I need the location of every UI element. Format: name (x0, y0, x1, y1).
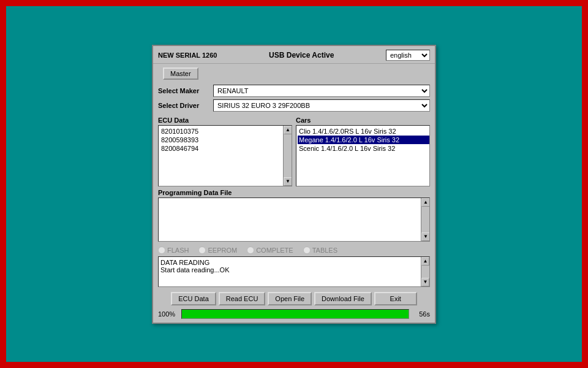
log-scroll-up-icon[interactable]: ▲ (421, 257, 429, 266)
radio-complete[interactable]: COMPLETE (247, 247, 293, 254)
radio-row: FLASH EEPROM COMPLETE TABLES (153, 244, 435, 256)
maker-label: Select Maker (158, 87, 213, 94)
ecu-data-button[interactable]: ECU Data (171, 292, 216, 305)
log-wrapper: DATA READING Start data reading...OK ▲ ▼ (158, 256, 430, 287)
scroll-down-icon[interactable]: ▼ (284, 177, 292, 186)
driver-label: Select Driver (158, 102, 213, 109)
cars-listbox[interactable]: Clio 1.4/1.6/2.0RS L 16v Siris 32 Megane… (296, 125, 430, 186)
log-area: DATA READING Start data reading...OK (158, 256, 430, 287)
language-select[interactable]: english french german (386, 50, 430, 61)
list-item[interactable]: 8200598393 (160, 136, 282, 144)
maker-row: Select Maker RENAULT (158, 85, 430, 97)
read-ecu-button[interactable]: Read ECU (219, 292, 266, 305)
prog-section: Programming Data File ▲ ▼ (153, 189, 435, 244)
prog-header: Programming Data File (158, 189, 430, 196)
list-item[interactable]: Scenic 1.4/1.6/2.0 L 16v Siris 32 (298, 144, 429, 153)
prog-box: ▲ ▼ (158, 197, 430, 242)
ecu-listbox[interactable]: 8201010375 8200598393 8200846794 ▲ ▼ (158, 125, 292, 186)
progress-percent: 100% (158, 310, 178, 318)
log-scroll-down-icon[interactable]: ▼ (421, 278, 429, 286)
ecu-panel-header: ECU Data (158, 117, 292, 124)
driver-select[interactable]: SIRIUS 32 EURO 3 29F200BB (213, 99, 430, 112)
list-item[interactable]: Clio 1.4/1.6/2.0RS L 16v Siris 32 (298, 127, 429, 136)
button-row: ECU Data Read ECU Open File Download Fil… (153, 289, 435, 308)
progress-bar-fill (182, 310, 409, 318)
open-file-button[interactable]: Open File (268, 292, 312, 305)
usb-status: USB Device Active (217, 51, 386, 59)
ecu-panel: ECU Data 8201010375 8200598393 820084679… (158, 117, 292, 186)
radio-flash[interactable]: FLASH (158, 247, 189, 254)
maker-select[interactable]: RENAULT (213, 85, 430, 97)
driver-row: Select Driver SIRIUS 32 EURO 3 29F200BB (158, 99, 430, 112)
list-item[interactable]: Megane 1.4/1.6/2.0 L 16v Siris 32 (298, 136, 429, 144)
download-file-button[interactable]: Download File (314, 292, 372, 305)
title-bar: NEW SERIAL 1260 USB Device Active englis… (153, 46, 435, 64)
main-window: NEW SERIAL 1260 USB Device Active englis… (152, 45, 436, 324)
cars-panel-header: Cars (296, 117, 430, 124)
form-area: Select Maker RENAULT Select Driver SIRIU… (153, 82, 435, 117)
prog-scroll-down-icon[interactable]: ▼ (421, 232, 430, 241)
list-item[interactable]: 8200846794 (160, 144, 282, 153)
list-item[interactable]: 8201010375 (160, 127, 282, 136)
progress-bar-container (181, 309, 409, 319)
radio-tables[interactable]: TABLES (303, 247, 337, 254)
serial-label: NEW SERIAL 1260 (158, 52, 217, 59)
radio-eeprom[interactable]: EEPROM (198, 247, 237, 254)
progress-time: 56s (413, 310, 430, 318)
log-line-2: Start data reading...OK (160, 266, 418, 274)
two-panels: ECU Data 8201010375 8200598393 820084679… (153, 117, 435, 186)
log-line-1: DATA READING (160, 259, 418, 266)
log-scrollbar: ▲ ▼ (421, 257, 429, 286)
scroll-up-icon[interactable]: ▲ (284, 126, 292, 134)
cars-panel: Cars Clio 1.4/1.6/2.0RS L 16v Siris 32 M… (296, 117, 430, 186)
exit-button[interactable]: Exit (374, 292, 417, 305)
master-button[interactable]: Master (163, 67, 198, 80)
prog-scroll-up-icon[interactable]: ▲ (421, 198, 430, 207)
progress-row: 100% 56s (153, 308, 435, 323)
